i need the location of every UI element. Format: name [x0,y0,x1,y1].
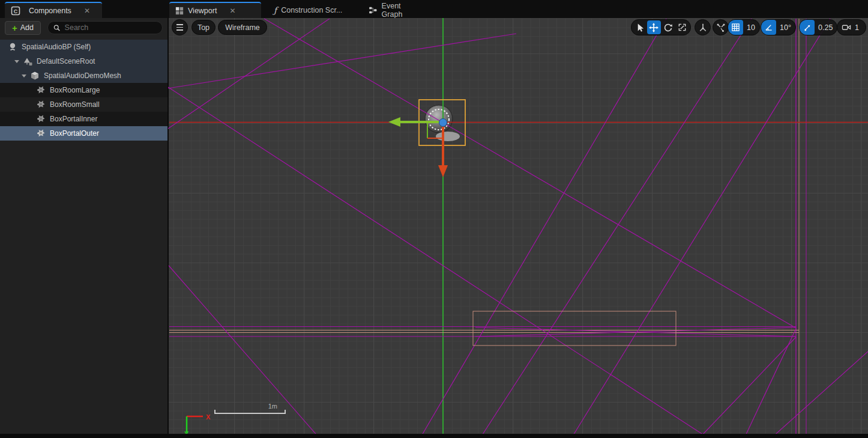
plus-icon: + [12,23,17,32]
top-button-label: Top [197,23,209,32]
scale-snap-group: 0.25 [799,19,837,35]
viewport-toolbar: Top Wireframe [169,18,868,37]
scale-tool-button[interactable] [675,20,689,34]
tab-construction-script[interactable]: ƒ Construction Scr... [268,2,355,18]
window-bottom-edge [0,434,868,438]
chevron-down-icon[interactable] [22,75,26,78]
render-mode-wireframe-button[interactable]: Wireframe [218,20,267,35]
camera-speed-value[interactable]: 1 [854,23,863,32]
grid-icon [731,23,740,32]
tree-row-boxroomlarge[interactable]: BoxRoomLarge [0,83,167,97]
scale-snap-value[interactable]: 0.25 [815,23,837,32]
grid-snap-value[interactable]: 10 [744,23,759,32]
search-icon [53,24,61,32]
box-component-icon [36,85,46,95]
main-tabbar: Viewport ✕ ƒ Construction Scr... Event G… [169,0,868,18]
surface-snapping-button[interactable] [713,19,729,35]
actor-self-icon [8,42,17,52]
component-search-box[interactable] [47,21,163,34]
tree-row-boxroomsmall[interactable]: BoxRoomSmall [0,97,167,112]
tree-row-label: BoxPortalInner [50,115,97,123]
camera-speed-group: 1 [837,19,866,35]
tab-construction-label: Construction Scr... [281,6,342,14]
components-tabbar: C Components ✕ [0,0,169,18]
hamburger-icon [176,24,183,31]
tab-viewport[interactable]: Viewport ✕ [169,2,261,18]
snapping-icon [716,23,726,32]
tab-event-graph-label: Event Graph [382,2,423,19]
tree-row-label: SpatialAudioDemoMesh [44,71,121,80]
world-local-gizmo-icon [698,23,708,32]
angle-icon [764,23,773,32]
component-tree: SpatialAudioBP (Self) DefaultSceneRoot [0,40,167,141]
close-icon[interactable]: ✕ [84,7,90,15]
tree-row-label: BoxRoomSmall [50,100,100,109]
function-icon: ƒ [274,5,277,15]
view-mode-top-button[interactable]: Top [191,20,215,35]
tab-viewport-label: Viewport [188,7,217,15]
search-input[interactable] [65,23,157,32]
box-component-icon [36,100,46,109]
rotate-icon [663,23,673,32]
tree-row-label: BoxRoomLarge [50,86,100,94]
tree-row-boxportalouter[interactable]: BoxPortalOuter [0,126,167,141]
viewport-canvas[interactable] [169,18,868,438]
viewport-options-menu-button[interactable] [172,19,188,35]
move-tool-button[interactable] [647,20,661,34]
components-icon: C [11,6,20,16]
components-panel-toolbar: + Add [0,18,167,37]
scale-snap-icon [803,23,812,32]
camera-speed-button[interactable] [840,20,854,34]
event-graph-icon [369,6,378,14]
components-panel: + Add SpatialAudioBP (Self) [0,18,169,434]
select-tool-button[interactable] [633,20,646,34]
wireframe-button-label: Wireframe [225,23,260,32]
tab-components[interactable]: C Components ✕ [5,2,102,18]
tree-row-label: SpatialAudioBP (Self) [22,43,91,51]
rotation-snap-group: 10° [761,19,796,35]
tab-components-label: Components [29,7,71,15]
camera-icon [842,23,852,32]
svg-text:C: C [14,8,18,14]
transform-tool-group [631,19,691,35]
box-component-icon [36,129,46,138]
grid-snap-toggle[interactable] [728,20,743,35]
tree-row-spatialaudiodemomesh[interactable]: SpatialAudioDemoMesh [0,68,167,83]
grid-snap-group: 10 [728,19,760,35]
cursor-icon [635,23,644,32]
chevron-down-icon[interactable] [14,60,19,63]
tree-row-label: BoxPortalOuter [50,129,99,138]
add-component-button[interactable]: + Add [5,21,41,35]
rotate-tool-button[interactable] [662,20,675,34]
tree-row-defaultsceneroot[interactable]: DefaultSceneRoot [0,54,167,68]
tree-row-spatialaudiobp[interactable]: SpatialAudioBP (Self) [0,40,167,54]
tree-row-boxportalinner[interactable]: BoxPortalInner [0,112,167,126]
box-component-icon [36,114,46,124]
scene-root-icon [23,56,32,66]
rotation-snap-value[interactable]: 10° [777,23,795,32]
move-icon [649,23,659,32]
viewport-icon [175,7,184,15]
rotation-snap-toggle[interactable] [761,20,776,35]
scale-snap-toggle[interactable] [800,20,815,35]
scale-icon [678,23,687,32]
blueprint-editor-window: C Components ✕ Viewport ✕ ƒ Construction… [0,0,868,438]
static-mesh-icon [30,71,40,81]
tab-event-graph[interactable]: Event Graph [363,2,429,18]
close-icon[interactable]: ✕ [229,7,235,15]
add-button-label: Add [20,23,34,32]
tree-row-label: DefaultSceneRoot [37,57,95,65]
coordinate-space-button[interactable] [695,19,711,35]
